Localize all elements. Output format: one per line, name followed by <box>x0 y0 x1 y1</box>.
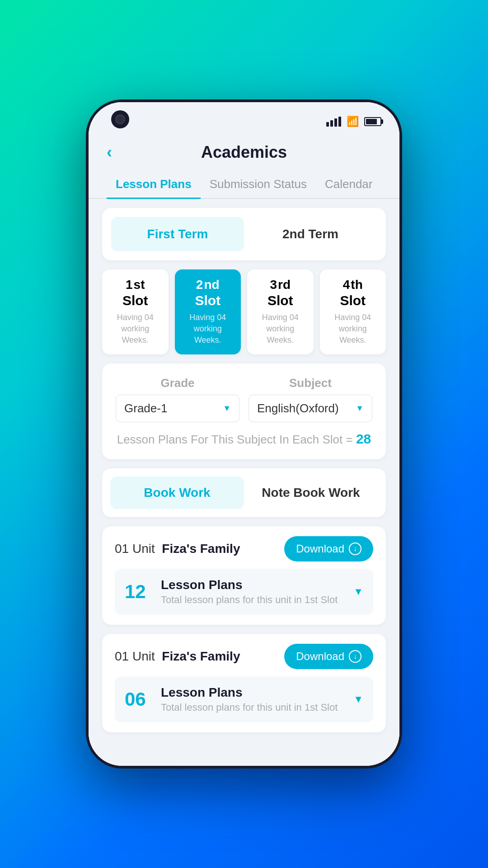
grade-label: Grade <box>116 376 239 390</box>
unit-1-number: 01 <box>115 542 129 556</box>
slot-3-desc: Having 04 working Weeks. <box>253 312 308 346</box>
unit-2-lesson-count: 06 <box>125 689 152 710</box>
unit-2-number: 01 <box>115 649 129 663</box>
unit-2-expand-icon: ▼ <box>353 693 363 705</box>
grade-value: Grade-1 <box>124 401 167 415</box>
term-first-button[interactable]: First Term <box>111 217 244 251</box>
app-content: ‹ Academics Lesson Plans Submission Stat… <box>89 134 399 766</box>
phone-screen: 📶 ‹ Academics Lesson Plans Submission St… <box>89 102 399 766</box>
slot-1-card[interactable]: 1 st Slot Having 04 working Weeks. <box>102 269 169 354</box>
lesson-plans-info: Lesson Plans For This Subject In Each Sl… <box>116 431 372 447</box>
slot-4-label: Slot <box>325 293 381 308</box>
unit-1-lesson-count: 12 <box>125 581 152 603</box>
tab-calendar[interactable]: Calendar <box>316 171 382 198</box>
page-title: Academics <box>201 143 287 162</box>
slot-2-desc: Having 04 working Weeks. <box>180 312 236 346</box>
subject-dropdown[interactable]: English(Oxford) ▼ <box>249 395 372 422</box>
slots-grid: 1 st Slot Having 04 working Weeks. 2 nd … <box>102 269 386 354</box>
header: ‹ Academics <box>89 134 399 166</box>
unit-2-header: 01 Unit Fiza's Family Download ↓ <box>115 644 373 669</box>
unit-2-lesson-info: Lesson Plans Total lesson plans for this… <box>161 685 344 713</box>
unit-2-card: 01 Unit Fiza's Family Download ↓ 06 Less… <box>102 634 386 732</box>
slot-4-card[interactable]: 4 th Slot Having 04 working Weeks. <box>320 269 386 354</box>
signal-icon <box>326 117 341 127</box>
slot-4-ordinal: th <box>351 278 362 292</box>
status-icons: 📶 <box>326 116 381 127</box>
subject-column: Subject English(Oxford) ▼ <box>249 376 372 422</box>
work-toggle: Book Work Note Book Work <box>102 468 386 517</box>
subject-value: English(Oxford) <box>257 401 339 415</box>
slot-1-ordinal: st <box>134 278 145 292</box>
lesson-plans-text: Lesson Plans For This Subject In Each Sl… <box>117 433 353 446</box>
term-second-button[interactable]: 2nd Term <box>244 217 377 251</box>
slot-3-ordinal: rd <box>278 278 291 292</box>
unit-1-lesson-info: Lesson Plans Total lesson plans for this… <box>161 578 344 606</box>
unit-2-title: 01 Unit Fiza's Family <box>115 649 240 664</box>
unit-2-name: Fiza's Family <box>162 649 240 663</box>
unit-1-title: 01 Unit Fiza's Family <box>115 542 240 556</box>
wifi-icon: 📶 <box>347 116 359 127</box>
grade-subject-card: Grade Grade-1 ▼ Subject English(Oxford) … <box>102 363 386 459</box>
slot-2-card[interactable]: 2 nd Slot Having 04 working Weeks. <box>175 269 241 354</box>
unit-2-lesson-subtitle: Total lesson plans for this unit in 1st … <box>161 702 344 713</box>
slot-3-card[interactable]: 3 rd Slot Having 04 working Weeks. <box>247 269 314 354</box>
slot-4-desc: Having 04 working Weeks. <box>325 312 381 346</box>
unit-2-lesson-title: Lesson Plans <box>161 685 344 700</box>
grade-column: Grade Grade-1 ▼ <box>116 376 239 422</box>
slot-1-desc: Having 04 working Weeks. <box>108 312 163 346</box>
unit-1-download-button[interactable]: Download ↓ <box>284 536 373 561</box>
slot-2-label: Slot <box>180 293 236 308</box>
status-bar: 📶 <box>89 102 399 134</box>
slot-2-number: 2 <box>196 278 203 292</box>
subject-dropdown-arrow: ▼ <box>356 404 364 413</box>
lesson-plans-count: 28 <box>356 431 371 446</box>
slot-2-ordinal: nd <box>204 278 219 292</box>
term-selector: First Term 2nd Term <box>102 208 386 260</box>
unit-1-header: 01 Unit Fiza's Family Download ↓ <box>115 536 373 561</box>
subject-label: Subject <box>249 376 372 390</box>
unit-1-name: Fiza's Family <box>162 542 240 556</box>
slot-1-label: Slot <box>108 293 163 308</box>
slot-3-label: Slot <box>253 293 308 308</box>
tab-navigation: Lesson Plans Submission Status Calendar <box>89 166 399 199</box>
unit-1-lesson-title: Lesson Plans <box>161 578 344 592</box>
download-icon-1: ↓ <box>349 542 361 555</box>
tab-submission-status[interactable]: Submission Status <box>201 171 316 198</box>
unit-1-lesson-row[interactable]: 12 Lesson Plans Total lesson plans for t… <box>115 569 373 615</box>
slot-3-number: 3 <box>270 278 277 292</box>
unit-1-download-label: Download <box>296 542 344 555</box>
back-button[interactable]: ‹ <box>107 143 112 162</box>
download-icon-2: ↓ <box>349 650 361 663</box>
unit-1-lesson-subtitle: Total lesson plans for this unit in 1st … <box>161 594 344 606</box>
tab-lesson-plans[interactable]: Lesson Plans <box>107 171 201 199</box>
camera-hole <box>111 110 129 128</box>
unit-2-lesson-row[interactable]: 06 Lesson Plans Total lesson plans for t… <box>115 676 373 722</box>
note-book-work-button[interactable]: Note Book Work <box>244 476 378 509</box>
phone-shell: 📶 ‹ Academics Lesson Plans Submission St… <box>86 99 402 769</box>
unit-1-card: 01 Unit Fiza's Family Download ↓ 12 Less… <box>102 526 386 625</box>
grade-dropdown[interactable]: Grade-1 ▼ <box>116 395 239 422</box>
unit-2-download-button[interactable]: Download ↓ <box>284 644 373 669</box>
unit-2-download-label: Download <box>296 650 344 663</box>
slot-4-number: 4 <box>343 278 350 292</box>
grade-dropdown-arrow: ▼ <box>223 404 231 413</box>
slot-1-number: 1 <box>126 278 133 292</box>
unit-1-expand-icon: ▼ <box>353 586 363 598</box>
book-work-button[interactable]: Book Work <box>110 476 244 509</box>
battery-icon <box>364 117 381 126</box>
